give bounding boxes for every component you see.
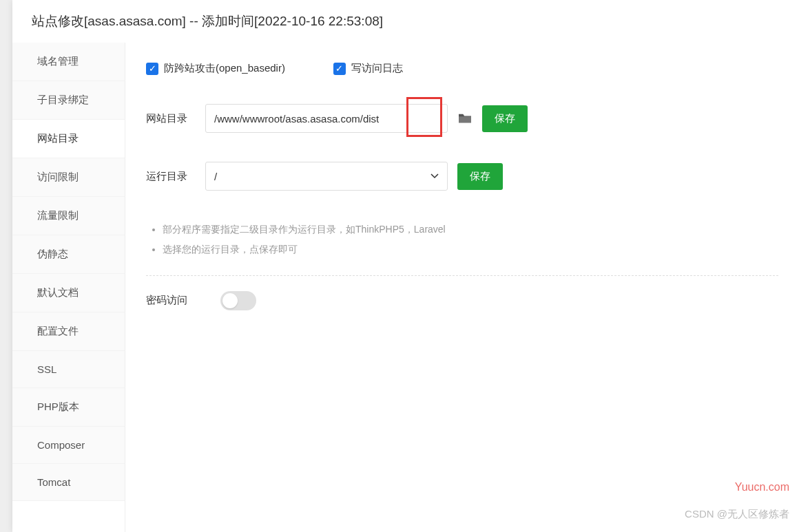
sidebar-item-traffic-limit[interactable]: 流量限制 bbox=[12, 197, 125, 235]
switch-knob bbox=[222, 293, 238, 308]
sidebar-item-access-limit[interactable]: 访问限制 bbox=[12, 158, 125, 197]
sidebar-item-sitedir[interactable]: 网站目录 bbox=[12, 120, 125, 158]
password-access-label: 密码访问 bbox=[146, 294, 187, 307]
open-basedir-checkbox[interactable]: ✓ bbox=[146, 63, 158, 75]
site-dir-label: 网站目录 bbox=[146, 112, 196, 125]
sidebar-item-tomcat[interactable]: Tomcat bbox=[12, 464, 125, 501]
sidebar-item-composer[interactable]: Composer bbox=[12, 427, 125, 464]
folder-browse-icon[interactable] bbox=[457, 112, 473, 125]
divider bbox=[146, 275, 778, 276]
password-access-toggle[interactable] bbox=[220, 291, 256, 310]
sidebar-item-domain[interactable]: 域名管理 bbox=[12, 43, 125, 81]
sidebar-item-config[interactable]: 配置文件 bbox=[12, 312, 125, 351]
sidebar-item-php[interactable]: PHP版本 bbox=[12, 388, 125, 427]
run-dir-label: 运行目录 bbox=[146, 170, 196, 183]
hint-item: 选择您的运行目录，点保存即可 bbox=[163, 240, 778, 259]
sidebar-item-default-doc[interactable]: 默认文档 bbox=[12, 274, 125, 312]
access-log-checkbox[interactable]: ✓ bbox=[333, 63, 346, 75]
site-dir-save-button[interactable]: 保存 bbox=[482, 105, 528, 132]
watermark-author: CSDN @无人区修炼者 bbox=[685, 508, 789, 521]
hints-list: 部分程序需要指定二级目录作为运行目录，如ThinkPHP5，Laravel 选择… bbox=[146, 220, 778, 260]
content-panel: ✓ 防跨站攻击(open_basedir) ✓ 写访问日志 网站目录 保存 bbox=[125, 43, 799, 532]
sidebar-nav: 域名管理 子目录绑定 网站目录 访问限制 流量限制 伪静态 默认文档 配置文件 … bbox=[12, 43, 125, 532]
modal-title: 站点修改[asas.asasa.com] -- 添加时间[2022-10-16 … bbox=[12, 0, 799, 43]
sidebar-item-rewrite[interactable]: 伪静态 bbox=[12, 235, 125, 274]
site-edit-modal: 站点修改[asas.asasa.com] -- 添加时间[2022-10-16 … bbox=[12, 0, 799, 532]
sidebar-item-ssl[interactable]: SSL bbox=[12, 351, 125, 388]
run-dir-select[interactable]: / bbox=[205, 162, 448, 191]
access-log-label: 写访问日志 bbox=[351, 62, 403, 75]
sidebar-item-subdir[interactable]: 子目录绑定 bbox=[12, 81, 125, 120]
watermark-site: Yuucn.com bbox=[735, 481, 789, 493]
open-basedir-label: 防跨站攻击(open_basedir) bbox=[164, 62, 285, 75]
hint-item: 部分程序需要指定二级目录作为运行目录，如ThinkPHP5，Laravel bbox=[163, 220, 778, 240]
run-dir-save-button[interactable]: 保存 bbox=[457, 163, 503, 190]
site-dir-input[interactable] bbox=[205, 104, 448, 133]
